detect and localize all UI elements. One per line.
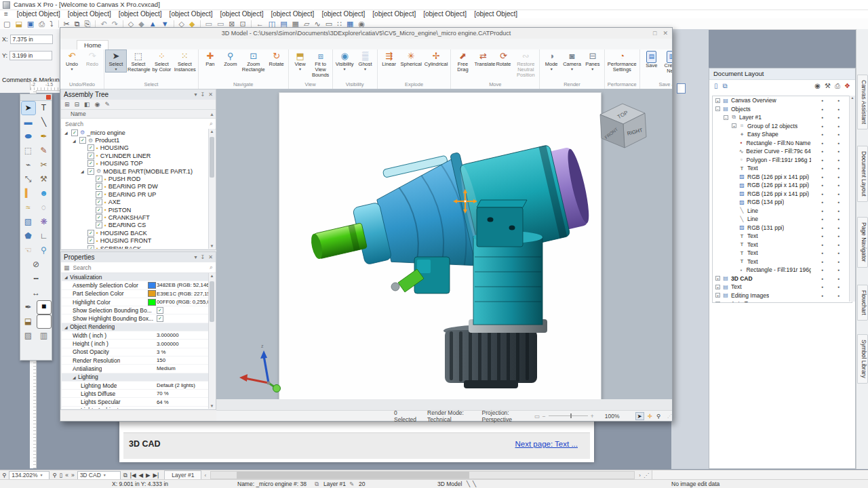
checkbox[interactable]: ✓ <box>87 144 94 151</box>
visibility-dot[interactable]: ● <box>821 209 823 213</box>
filter-icon[interactable]: ▦ <box>64 264 70 271</box>
tool-button[interactable]: ◌ <box>37 201 51 214</box>
zoom-out-icon[interactable]: − <box>542 413 546 420</box>
layout-tree-row[interactable]: − ▤ Objects ● ● <box>713 105 852 114</box>
scroll-up-icon[interactable]: ▲ <box>210 110 214 119</box>
toolbar-icon[interactable]: ▣ <box>27 19 34 28</box>
assembly-tree-row[interactable]: ✓ ▪ HOUSING TOP <box>62 160 209 167</box>
maximize-icon[interactable]: □ <box>653 28 656 39</box>
visibility-dot[interactable]: ● <box>821 132 823 136</box>
tool-button[interactable]: T <box>37 102 51 115</box>
visibility-dot[interactable]: ● <box>821 200 823 204</box>
side-tab[interactable]: Flowchart <box>857 285 868 321</box>
projection-mode[interactable]: Projection: Perspective <box>482 409 524 423</box>
next-page-link[interactable]: Next page: Text ... <box>515 440 578 448</box>
property-value[interactable]: 64 % <box>157 399 209 405</box>
checkbox[interactable]: ✓ <box>96 207 102 214</box>
layout-tree-row[interactable]: ▨ RGB (131 ppi) ● ● <box>713 224 852 232</box>
ribbon-button[interactable]: ⊡ Zoom Rectangle <box>241 50 267 73</box>
visibility-dot[interactable]: ● <box>821 192 823 196</box>
layout-tree-row[interactable]: + ▤ Canvas Overview ● ● <box>713 96 852 105</box>
tool-button[interactable]: ⌁ <box>22 159 35 171</box>
property-value[interactable]: 00FF00 (RGB: 0,255,0) <box>157 299 209 305</box>
ribbon-button[interactable]: ⇄ Translate <box>473 50 493 68</box>
print-dot[interactable]: ● <box>837 141 840 145</box>
tree-expander-icon[interactable]: ◢ <box>81 169 85 174</box>
assembly-tree-row[interactable]: ✓ ▪ HOUSING BACK <box>62 229 209 237</box>
layout-tool-icon[interactable]: ⚒ <box>825 82 831 90</box>
ribbon-button[interactable]: ◑ Mode ▾ <box>541 50 561 72</box>
toolbar-icon[interactable]: ⤵ <box>50 19 54 28</box>
layout-tree-row[interactable]: + ⌗ Group of 12 objects ● ● <box>713 122 852 131</box>
last-page-icon[interactable]: ▶| <box>153 472 159 479</box>
layout-tool-icon[interactable]: ◉ <box>814 82 821 90</box>
tool-button[interactable]: ⚒ <box>37 173 51 186</box>
scrollbar-thumb[interactable] <box>210 281 214 322</box>
property-row[interactable]: Render Resolution 150 <box>62 357 209 365</box>
tool-button[interactable]: ▥ <box>37 329 51 342</box>
visibility-dot[interactable]: ● <box>821 98 823 102</box>
layout-tree-row[interactable]: ▨ RGB (126 ppi x 141 ppi) ● ● <box>713 190 852 199</box>
close-icon[interactable]: ✕ <box>663 28 668 39</box>
tool-button[interactable]: ↔ <box>22 287 50 300</box>
ribbon-button[interactable]: ⇶ Linear <box>379 50 399 68</box>
property-value[interactable]: Medium <box>157 365 209 371</box>
menu-item[interactable]: [object Object] <box>423 10 467 18</box>
checkbox[interactable]: ✓ <box>157 307 163 314</box>
palette-header[interactable] <box>20 94 52 101</box>
visibility-dot[interactable]: ● <box>821 149 823 153</box>
scroll-up-icon[interactable]: ▲ <box>209 274 215 278</box>
property-row[interactable]: Show Selection Bounding Bo... ✓ <box>62 306 209 314</box>
ribbon-button[interactable]: ✳ Spherical <box>399 50 423 68</box>
tool-button[interactable]: ⬬ <box>22 130 35 143</box>
ribbon-button[interactable]: ↻ Rotate <box>267 50 287 68</box>
ribbon-button[interactable]: ⬒ View ▾ <box>290 50 311 72</box>
checkbox[interactable]: ✓ <box>87 230 94 237</box>
close-icon[interactable]: ✕ <box>208 92 213 98</box>
assembly-tree-row[interactable]: ✓ ▪ PUSH ROD <box>62 175 209 182</box>
ribbon-button[interactable]: ▤ Save <box>642 50 662 69</box>
ribbon-button[interactable]: ⟳ Rotate <box>493 50 513 68</box>
checkbox[interactable]: ✓ <box>96 199 102 205</box>
property-row[interactable]: Show Highlight Bounding Box... ✓ <box>62 314 209 323</box>
property-row[interactable]: ◢ Lighting <box>62 373 209 382</box>
scrollbar[interactable]: ▲ <box>849 96 855 302</box>
tool-button[interactable]: ⬚ <box>22 144 35 157</box>
tool-button[interactable]: ┅ <box>22 272 50 285</box>
property-value[interactable]: 3482EB (RGB: 52,146,235) <box>157 282 209 288</box>
property-row[interactable]: Lights Ambient 10 % <box>62 407 209 409</box>
layout-tree-row[interactable]: ▨ RGB (126 ppi x 141 ppi) ● ● <box>713 173 852 182</box>
assembly-tree-row[interactable]: ◢ ✓ ⚙ Product1 <box>62 136 209 144</box>
layout-tree-row[interactable]: ▪ Rectangle - Fill:No Name - Pe ● ● <box>713 139 852 148</box>
tool-button[interactable]: ∟ <box>37 230 51 243</box>
x-coordinate-field[interactable]: 7.375 in <box>10 35 53 44</box>
side-tab[interactable]: Page Navigator <box>857 217 868 268</box>
assembly-tool-icon[interactable]: ✎ <box>104 101 110 108</box>
layout-tree-row[interactable]: ╲ Line ● ● <box>713 207 852 216</box>
layout-tool-icon[interactable]: ⎙ <box>835 82 840 90</box>
tool-button[interactable]: ❋ <box>37 216 51 228</box>
tool-button[interactable]: ➤ <box>22 102 35 115</box>
property-value[interactable]: 3.000000 <box>157 332 209 338</box>
ribbon-button[interactable]: ▥ Create New <box>662 50 672 75</box>
column-header[interactable]: Name ▲ <box>61 109 216 119</box>
tree-expander-icon[interactable]: + <box>715 302 720 303</box>
assembly-tree-row[interactable]: ✓ ▪ HOUSING <box>62 144 209 152</box>
tab-home[interactable]: Home <box>77 40 108 50</box>
print-dot[interactable]: ● <box>837 175 840 179</box>
assembly-tree-row[interactable]: ✓ ▪ CYLINDER LINER <box>62 152 209 159</box>
ribbon-button[interactable]: ⁙ Select Instances <box>173 50 197 73</box>
menu-item[interactable]: [object Object] <box>170 10 213 18</box>
layout-tool-icon[interactable]: ▯ <box>714 82 718 90</box>
print-dot[interactable]: ● <box>837 277 840 281</box>
visibility-dot[interactable]: ● <box>821 141 823 145</box>
visibility-dot[interactable]: ● <box>821 285 823 289</box>
zoom-level[interactable]: 100% <box>605 413 620 420</box>
forward-pages-icon[interactable]: » <box>71 472 75 479</box>
hamburger-icon[interactable]: ≡ <box>4 10 8 18</box>
tool-button[interactable]: ✒ <box>37 130 51 143</box>
tool-button[interactable]: ■ <box>37 315 51 328</box>
menu-item[interactable]: [object Object] <box>271 10 314 18</box>
window-titlebar[interactable]: 3D Model - C:\Users\Simon\Documents\3DEx… <box>60 28 672 39</box>
visibility-dot[interactable]: ● <box>821 226 823 230</box>
